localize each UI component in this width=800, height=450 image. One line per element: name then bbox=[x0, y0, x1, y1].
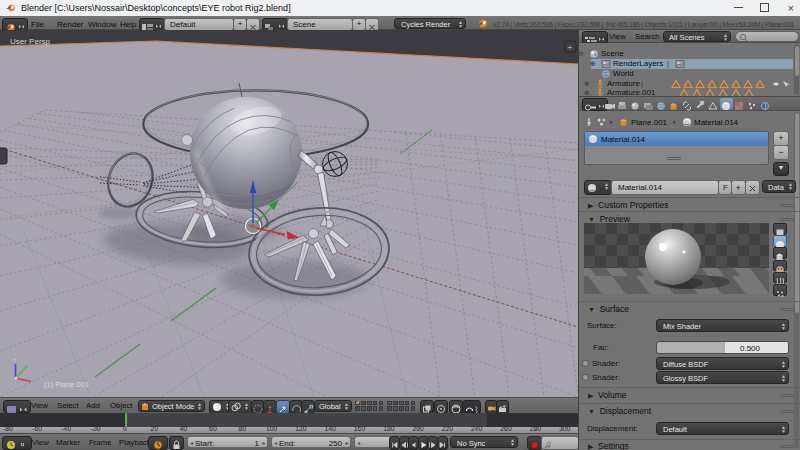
svg-text:User Persp: User Persp bbox=[10, 37, 51, 46]
svg-text:(1) Plane.001: (1) Plane.001 bbox=[44, 380, 89, 389]
svg-text:z: z bbox=[13, 357, 16, 363]
svg-text:+: + bbox=[568, 43, 573, 52]
